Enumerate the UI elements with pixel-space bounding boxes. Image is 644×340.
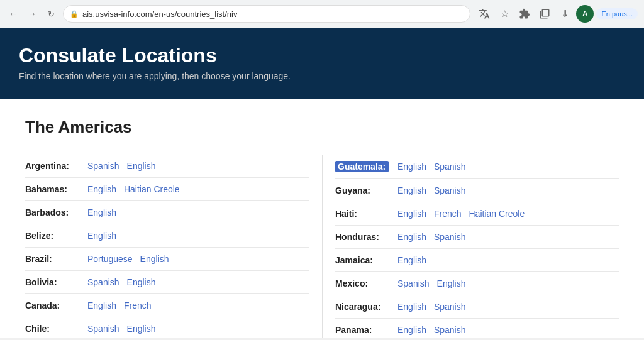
country-name: Chile: xyxy=(25,324,79,334)
language-link[interactable]: French xyxy=(431,209,464,219)
country-row: Jamaica:English xyxy=(335,249,619,272)
country-name: Haiti: xyxy=(335,209,389,219)
profile-button[interactable]: A xyxy=(576,5,594,23)
country-row: Mexico:SpanishEnglish xyxy=(335,272,619,295)
content-area: The Americas Argentina:SpanishEnglishBah… xyxy=(0,99,644,338)
language-link[interactable]: Spanish xyxy=(85,324,122,334)
country-row: Barbados:English xyxy=(25,201,309,224)
country-row: Brazil:PortugueseEnglish xyxy=(25,248,309,271)
country-row: Panama:EnglishSpanish xyxy=(335,319,619,338)
country-row: Guyana:EnglishSpanish xyxy=(335,179,619,202)
country-row: Haiti:EnglishFrenchHaitian Creole xyxy=(335,202,619,226)
language-link[interactable]: Spanish xyxy=(431,302,469,312)
language-link[interactable]: English xyxy=(395,162,429,172)
country-name: Barbados: xyxy=(25,207,79,217)
language-link[interactable]: Haitian Creole xyxy=(121,184,182,194)
address-text: ais.usvisa-info.com/en-us/countries_list… xyxy=(82,9,464,19)
lock-icon: 🔒 xyxy=(70,10,79,18)
language-link[interactable]: English xyxy=(395,302,429,312)
country-row: Guatemala:EnglishSpanish xyxy=(335,155,619,179)
country-name: Belize: xyxy=(25,231,79,241)
language-link[interactable]: English xyxy=(85,300,119,310)
language-link[interactable]: English xyxy=(125,161,158,171)
country-row: Belize:English xyxy=(25,224,309,248)
language-link[interactable]: English xyxy=(395,325,429,335)
country-name: Panama: xyxy=(335,325,389,335)
page-title: Consulate Locations xyxy=(19,44,625,67)
language-link[interactable]: English xyxy=(435,278,469,288)
country-row: Chile:SpanishEnglish xyxy=(25,317,309,338)
language-link[interactable]: English xyxy=(138,254,172,264)
translate-icon[interactable] xyxy=(475,5,493,23)
language-link[interactable]: Spanish xyxy=(431,162,469,172)
country-row: Argentina:SpanishEnglish xyxy=(25,155,309,178)
country-name: Argentina: xyxy=(25,161,79,171)
language-link[interactable]: Spanish xyxy=(395,278,432,288)
country-name: Nicaragua: xyxy=(335,302,389,312)
section-title: The Americas xyxy=(25,118,619,142)
country-name: Canada: xyxy=(25,300,79,310)
country-name: Guatemala: xyxy=(335,161,389,172)
country-name: Brazil: xyxy=(25,254,79,264)
right-column: Guatemala:EnglishSpanishGuyana:EnglishSp… xyxy=(322,155,619,338)
language-link[interactable]: Spanish xyxy=(431,232,469,242)
language-link[interactable]: English xyxy=(125,277,158,287)
language-link[interactable]: Haitian Creole xyxy=(467,209,528,219)
country-row: Nicaragua:EnglishSpanish xyxy=(335,295,619,319)
country-name: Mexico: xyxy=(335,278,389,288)
country-name: Guyana: xyxy=(335,185,389,195)
country-row: Bahamas:EnglishHaitian Creole xyxy=(25,178,309,201)
country-name: Honduras: xyxy=(335,232,389,242)
tab-manager-icon[interactable] xyxy=(536,5,553,23)
language-link[interactable]: English xyxy=(395,255,429,265)
forward-button[interactable]: → xyxy=(25,7,39,21)
browser-chrome: ← → ↻ 🔒 ais.usvisa-info.com/en-us/countr… xyxy=(0,0,644,28)
country-row: Canada:EnglishFrench xyxy=(25,294,309,317)
country-name: Jamaica: xyxy=(335,255,389,265)
page-subtitle: Find the location where you are applying… xyxy=(19,71,625,81)
country-name: Bahamas: xyxy=(25,184,79,194)
language-link[interactable]: English xyxy=(395,185,429,195)
browser-actions: ☆ ⇓ A En paus... xyxy=(475,5,638,23)
country-row: Bolivia:SpanishEnglish xyxy=(25,271,309,294)
language-link[interactable]: English xyxy=(125,324,158,334)
en-pause-button[interactable]: En paus... xyxy=(596,8,638,19)
language-link[interactable]: Spanish xyxy=(85,277,122,287)
countries-grid: Argentina:SpanishEnglishBahamas:EnglishH… xyxy=(25,155,619,338)
language-link[interactable]: Portuguese xyxy=(85,254,135,264)
extensions-icon[interactable] xyxy=(516,5,533,23)
country-row: Honduras:EnglishSpanish xyxy=(335,226,619,249)
page-header: Consulate Locations Find the location wh… xyxy=(0,28,644,99)
language-link[interactable]: Spanish xyxy=(431,325,469,335)
language-link[interactable]: English xyxy=(85,184,119,194)
language-link[interactable]: Spanish xyxy=(431,185,469,195)
language-link[interactable]: English xyxy=(85,207,119,217)
left-column: Argentina:SpanishEnglishBahamas:EnglishH… xyxy=(25,155,322,338)
download-icon[interactable]: ⇓ xyxy=(556,5,574,23)
language-link[interactable]: English xyxy=(85,231,119,241)
address-bar[interactable]: 🔒 ais.usvisa-info.com/en-us/countries_li… xyxy=(63,5,470,23)
language-link[interactable]: Spanish xyxy=(85,161,122,171)
language-link[interactable]: English xyxy=(395,232,429,242)
reload-button[interactable]: ↻ xyxy=(44,7,58,21)
back-button[interactable]: ← xyxy=(6,7,20,21)
language-link[interactable]: English xyxy=(395,209,429,219)
language-link[interactable]: French xyxy=(121,300,154,310)
bookmark-icon[interactable]: ☆ xyxy=(496,5,513,23)
country-name: Bolivia: xyxy=(25,277,79,287)
